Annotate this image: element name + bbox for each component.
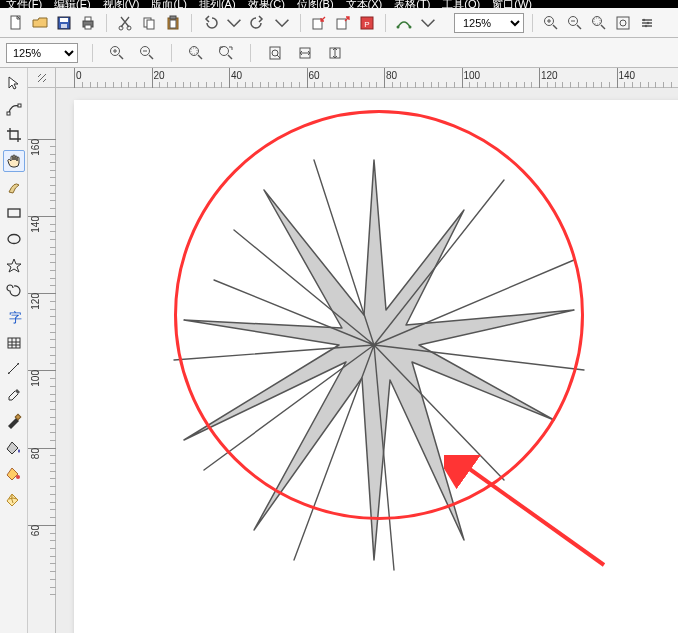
menu-layout[interactable]: 版面(L) xyxy=(151,0,186,8)
copy-button[interactable] xyxy=(139,13,159,33)
save-button[interactable] xyxy=(54,13,74,33)
polygon-tool[interactable] xyxy=(3,254,25,276)
menu-text[interactable]: 文本(X) xyxy=(346,0,383,8)
canvas-viewport[interactable] xyxy=(56,88,678,633)
zoom-width-icon[interactable] xyxy=(295,43,315,63)
options-icon[interactable] xyxy=(637,13,657,33)
text-tool[interactable]: 字 xyxy=(3,306,25,328)
ellipse-tool[interactable] xyxy=(3,228,25,250)
eyedropper-tool[interactable] xyxy=(3,384,25,406)
zoom-sel2-icon[interactable] xyxy=(186,43,206,63)
publish-button[interactable]: P xyxy=(357,13,377,33)
menu-table[interactable]: 表格(T) xyxy=(394,0,430,8)
menu-view[interactable]: 视图(V) xyxy=(103,0,140,8)
cut-button[interactable] xyxy=(115,13,135,33)
svg-rect-23 xyxy=(594,18,600,24)
horizontal-ruler[interactable]: 020406080100120140 xyxy=(56,68,678,88)
menu-file[interactable]: 文件(F) xyxy=(6,0,42,8)
crop-tool[interactable] xyxy=(3,124,25,146)
fill-tool[interactable] xyxy=(3,436,25,458)
snap-button[interactable] xyxy=(394,13,414,33)
menu-window[interactable]: 窗口(W) xyxy=(492,0,532,8)
svg-rect-5 xyxy=(85,17,91,21)
zoom-sel-icon[interactable] xyxy=(589,13,609,33)
paste-button[interactable] xyxy=(163,13,183,33)
undo-drop-icon[interactable] xyxy=(224,13,244,33)
work-area: 字 020406080100120140 6080100120140160 xyxy=(0,68,678,633)
table-tool[interactable] xyxy=(3,332,25,354)
dimension-tool[interactable] xyxy=(3,358,25,380)
import-button[interactable] xyxy=(309,13,329,33)
standard-toolbar: P 125% xyxy=(0,8,678,38)
interactive-fill-tool[interactable] xyxy=(3,462,25,484)
zoom-out-icon[interactable] xyxy=(565,13,585,33)
svg-text:字: 字 xyxy=(9,310,22,325)
svg-rect-2 xyxy=(60,18,68,22)
new-button[interactable] xyxy=(6,13,26,33)
svg-rect-12 xyxy=(170,20,176,28)
svg-rect-13 xyxy=(170,16,176,19)
svg-rect-32 xyxy=(191,48,197,54)
vertical-ruler[interactable]: 6080100120140160 xyxy=(28,88,56,633)
pick-tool[interactable] xyxy=(3,72,25,94)
svg-rect-39 xyxy=(18,104,21,107)
menu-tools[interactable]: 工具(O) xyxy=(442,0,480,8)
print-button[interactable] xyxy=(78,13,98,33)
svg-point-19 xyxy=(409,25,412,28)
smear-tool[interactable] xyxy=(3,176,25,198)
ruler-origin[interactable] xyxy=(28,68,56,88)
zoom-in-icon[interactable] xyxy=(541,13,561,33)
svg-text:P: P xyxy=(364,20,369,29)
zoom-select-main[interactable]: 125% xyxy=(454,13,524,33)
property-bar: 125% xyxy=(0,38,678,68)
zoom-page2-icon[interactable] xyxy=(265,43,285,63)
menu-bar: 文件(F) 编辑(E) 视图(V) 版面(L) 排列(A) 效果(C) 位图(B… xyxy=(0,0,678,8)
export-button[interactable] xyxy=(333,13,353,33)
mesh-fill-tool[interactable] xyxy=(3,488,25,510)
document-page[interactable] xyxy=(74,100,678,633)
zoom-page-icon[interactable] xyxy=(613,13,633,33)
menu-effects[interactable]: 效果(C) xyxy=(248,0,285,8)
hand-tool[interactable] xyxy=(3,150,25,172)
open-button[interactable] xyxy=(30,13,50,33)
redo-drop-icon[interactable] xyxy=(272,13,292,33)
zoom-all2-icon[interactable] xyxy=(216,43,236,63)
svg-rect-6 xyxy=(85,25,91,29)
svg-rect-10 xyxy=(147,20,154,29)
spiral-tool[interactable] xyxy=(3,280,25,302)
svg-rect-38 xyxy=(7,112,10,115)
zoom-out2-icon[interactable] xyxy=(137,43,157,63)
svg-point-18 xyxy=(397,25,400,28)
zoom-in2-icon[interactable] xyxy=(107,43,127,63)
svg-point-33 xyxy=(220,46,229,55)
canvas-area: 020406080100120140 6080100120140160 xyxy=(28,68,678,633)
shape-tool[interactable] xyxy=(3,98,25,120)
menu-bitmap[interactable]: 位图(B) xyxy=(297,0,334,8)
svg-point-25 xyxy=(620,20,626,26)
outline-tool[interactable] xyxy=(3,410,25,432)
crack-shape[interactable] xyxy=(144,120,604,580)
svg-rect-24 xyxy=(617,17,629,29)
menu-arrange[interactable]: 排列(A) xyxy=(199,0,236,8)
zoom-select-secondary[interactable]: 125% xyxy=(6,43,78,63)
svg-rect-40 xyxy=(8,209,20,217)
toolbox: 字 xyxy=(0,68,28,633)
svg-point-27 xyxy=(647,21,649,23)
svg-point-41 xyxy=(8,235,20,244)
redo-button[interactable] xyxy=(248,13,268,33)
snap-drop-icon[interactable] xyxy=(418,13,438,33)
svg-rect-43 xyxy=(8,338,20,348)
svg-rect-3 xyxy=(61,24,67,28)
zoom-height-icon[interactable] xyxy=(325,43,345,63)
rectangle-tool[interactable] xyxy=(3,202,25,224)
menu-edit[interactable]: 编辑(E) xyxy=(54,0,91,8)
svg-point-28 xyxy=(645,24,647,26)
svg-point-45 xyxy=(16,475,20,479)
svg-point-26 xyxy=(643,18,645,20)
undo-button[interactable] xyxy=(200,13,220,33)
